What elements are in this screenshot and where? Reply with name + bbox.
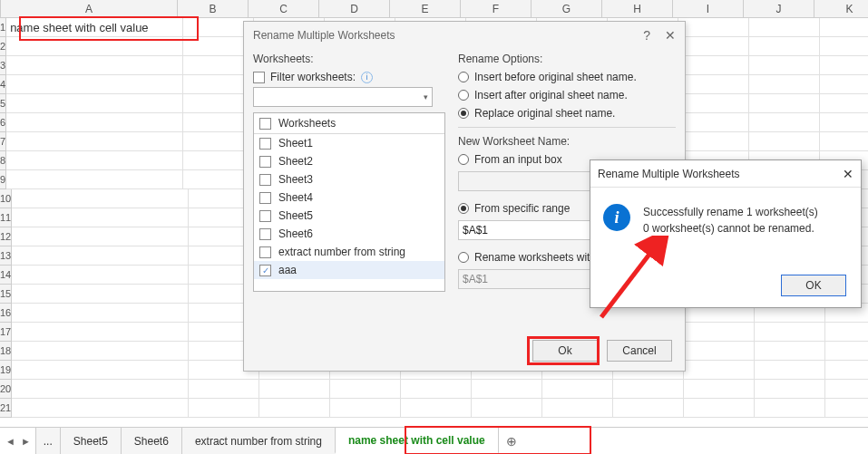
tab-more[interactable]: ... bbox=[35, 428, 61, 454]
cell-H20[interactable] bbox=[613, 380, 684, 399]
sheet-tab-sheet6[interactable]: Sheet6 bbox=[121, 428, 182, 454]
rename-option-radio[interactable] bbox=[458, 90, 469, 101]
cell-I19[interactable] bbox=[684, 361, 755, 380]
cell-J4[interactable] bbox=[749, 75, 820, 94]
worksheet-checkbox[interactable] bbox=[259, 228, 271, 240]
cell-J17[interactable] bbox=[755, 323, 825, 342]
from-input-radio[interactable] bbox=[458, 154, 469, 165]
worksheet-item[interactable]: Sheet4 bbox=[254, 188, 444, 207]
cell-A17[interactable] bbox=[12, 323, 189, 342]
cell-B21[interactable] bbox=[189, 399, 259, 418]
row-header-15[interactable]: 15 bbox=[0, 285, 12, 304]
cell-A12[interactable] bbox=[12, 227, 189, 246]
worksheet-checkbox[interactable] bbox=[259, 156, 271, 168]
col-header-H[interactable]: H bbox=[602, 0, 673, 17]
row-header-14[interactable]: 14 bbox=[0, 266, 12, 285]
cell-J20[interactable] bbox=[755, 380, 825, 399]
cell-B20[interactable] bbox=[189, 380, 259, 399]
select-all-checkbox[interactable] bbox=[259, 118, 271, 130]
cell-J7[interactable] bbox=[749, 132, 820, 151]
cell-F20[interactable] bbox=[472, 380, 542, 399]
cell-K4[interactable] bbox=[820, 75, 868, 94]
info-icon[interactable]: i bbox=[361, 72, 373, 83]
row-header-5[interactable]: 5 bbox=[0, 94, 6, 113]
tab-nav-next-icon[interactable]: ► bbox=[21, 436, 31, 447]
cell-J21[interactable] bbox=[755, 399, 825, 418]
cell-D20[interactable] bbox=[330, 380, 401, 399]
select-all-corner[interactable] bbox=[0, 0, 1, 17]
row-header-20[interactable]: 20 bbox=[0, 380, 12, 399]
cell-K21[interactable] bbox=[825, 399, 868, 418]
cell-G20[interactable] bbox=[542, 380, 613, 399]
col-header-B[interactable]: B bbox=[178, 0, 249, 17]
cell-K1[interactable] bbox=[820, 18, 868, 37]
row-header-13[interactable]: 13 bbox=[0, 246, 12, 266]
cell-K19[interactable] bbox=[825, 361, 868, 380]
cell-A2[interactable] bbox=[6, 37, 183, 56]
worksheet-item[interactable]: ✓aaa bbox=[254, 261, 444, 279]
cell-A14[interactable] bbox=[12, 266, 189, 285]
tab-nav-arrows[interactable]: ◄ ► bbox=[0, 428, 36, 454]
row-header-10[interactable]: 10 bbox=[0, 189, 12, 208]
cell-C21[interactable] bbox=[259, 399, 330, 418]
cell-K17[interactable] bbox=[825, 323, 868, 342]
col-header-E[interactable]: E bbox=[390, 0, 461, 17]
row-header-19[interactable]: 19 bbox=[0, 361, 12, 380]
cell-I21[interactable] bbox=[684, 399, 755, 418]
cell-J5[interactable] bbox=[749, 94, 820, 113]
row-header-18[interactable]: 18 bbox=[0, 342, 12, 361]
cell-J19[interactable] bbox=[755, 361, 825, 380]
row-header-2[interactable]: 2 bbox=[0, 37, 6, 56]
cell-A4[interactable] bbox=[6, 75, 183, 94]
row-header-16[interactable]: 16 bbox=[0, 304, 12, 323]
cell-E20[interactable] bbox=[401, 380, 472, 399]
cell-K20[interactable] bbox=[825, 380, 868, 399]
row-header-8[interactable]: 8 bbox=[0, 151, 6, 170]
cell-E21[interactable] bbox=[401, 399, 472, 418]
row-header-3[interactable]: 3 bbox=[0, 56, 6, 75]
filter-dropdown[interactable]: ▾ bbox=[253, 87, 433, 107]
cell-A3[interactable] bbox=[6, 56, 183, 75]
cell-A10[interactable] bbox=[12, 189, 189, 208]
cell-I2[interactable] bbox=[678, 37, 749, 56]
row-header-17[interactable]: 17 bbox=[0, 323, 12, 342]
sheet-tab-sheet5[interactable]: Sheet5 bbox=[60, 428, 122, 454]
close-icon[interactable]: ✕ bbox=[665, 28, 676, 43]
worksheet-item[interactable]: Sheet5 bbox=[254, 207, 444, 225]
row-header-9[interactable]: 9 bbox=[0, 170, 6, 189]
cell-A21[interactable] bbox=[12, 399, 189, 418]
cell-I7[interactable] bbox=[678, 132, 749, 151]
row-header-6[interactable]: 6 bbox=[0, 113, 6, 132]
cell-I5[interactable] bbox=[678, 94, 749, 113]
cell-J1[interactable] bbox=[749, 18, 820, 37]
rename-option-radio[interactable] bbox=[458, 72, 469, 82]
worksheet-item[interactable]: Sheet3 bbox=[254, 170, 444, 188]
col-header-C[interactable]: C bbox=[249, 0, 319, 17]
cell-A9[interactable] bbox=[6, 170, 183, 189]
close-icon[interactable]: ✕ bbox=[843, 167, 853, 181]
cell-G21[interactable] bbox=[542, 399, 613, 418]
cell-A5[interactable] bbox=[6, 94, 183, 113]
sheet-tab-name-sheet-with-cell-value[interactable]: name sheet with cell value bbox=[335, 428, 499, 454]
cell-I20[interactable] bbox=[684, 380, 755, 399]
col-header-G[interactable]: G bbox=[532, 0, 602, 17]
col-header-I[interactable]: I bbox=[673, 0, 744, 17]
worksheet-item[interactable]: extract number from string bbox=[254, 243, 444, 261]
tab-nav-prev-icon[interactable]: ◄ bbox=[5, 436, 15, 447]
cell-K3[interactable] bbox=[820, 56, 868, 75]
cell-A13[interactable] bbox=[12, 246, 189, 266]
worksheet-checkbox[interactable] bbox=[259, 192, 271, 204]
cell-A15[interactable] bbox=[12, 285, 189, 304]
col-header-K[interactable]: K bbox=[814, 0, 868, 17]
col-header-J[interactable]: J bbox=[744, 0, 814, 17]
cell-K7[interactable] bbox=[820, 132, 868, 151]
cell-I3[interactable] bbox=[678, 56, 749, 75]
worksheet-checkbox[interactable]: ✓ bbox=[259, 265, 271, 276]
cell-H21[interactable] bbox=[613, 399, 684, 418]
cell-I6[interactable] bbox=[678, 113, 749, 132]
rename-option-radio[interactable] bbox=[458, 108, 469, 119]
cell-A7[interactable] bbox=[6, 132, 183, 151]
filter-checkbox[interactable] bbox=[253, 72, 265, 83]
row-header-11[interactable]: 11 bbox=[0, 208, 12, 227]
row-header-1[interactable]: 1 bbox=[0, 18, 6, 37]
